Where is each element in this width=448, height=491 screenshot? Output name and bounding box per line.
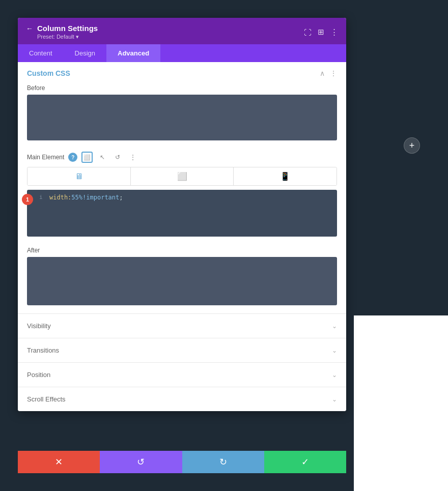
accordion-transitions: Transitions ⌄ [18,338,346,362]
code-important: !important [82,194,119,201]
section-dots-icon[interactable]: ⋮ [330,69,337,77]
code-value: 55% [71,194,82,201]
line-number-badge: 1 [22,194,33,205]
accordion-transitions-label: Transitions [27,346,59,354]
fullscreen-icon[interactable]: ⛶ [304,28,312,37]
tab-advanced[interactable]: Advanced [106,44,160,62]
panel-preset[interactable]: Preset: Default ▾ [37,34,98,40]
select-element-btn[interactable]: ⬜ [81,152,93,163]
accordion-visibility-label: Visibility [27,322,51,330]
cancel-button[interactable]: ✕ [18,451,100,473]
accordion-transitions-chevron: ⌄ [332,347,337,354]
code-semicolon: ; [119,194,123,201]
reset-icon[interactable]: ↺ [112,152,123,163]
add-element-button[interactable]: + [404,137,420,154]
accordion-visibility-header[interactable]: Visibility ⌄ [18,314,346,338]
undo-button[interactable]: ↺ [100,451,182,473]
split-icon[interactable]: ⊞ [318,27,324,37]
accordion-scroll-effects-label: Scroll Effects [27,395,66,403]
bottom-toolbar: ✕ ↺ ↻ ✓ [18,451,346,473]
accordion-scroll-effects-header[interactable]: Scroll Effects ⌄ [18,387,346,411]
panel-title-row: ← Column Settings [26,24,98,33]
after-textarea[interactable] [27,257,337,305]
accordion-scroll-effects: Scroll Effects ⌄ [18,387,346,411]
custom-css-section-header: Custom CSS ∧ ⋮ [18,62,346,82]
main-element-row: Main Element ? ⬜ ↖ ↺ ⋮ [18,149,346,167]
section-header-right: ∧ ⋮ [320,69,337,77]
redo-button[interactable]: ↻ [182,451,264,473]
device-tab-mobile[interactable]: 📱 [234,167,337,185]
accordion-position: Position ⌄ [18,362,346,387]
line-num: i [39,194,44,200]
device-tab-tablet[interactable]: ⬜ [131,167,234,185]
accordion-scroll-effects-chevron: ⌄ [332,396,337,403]
panel-header: ← Column Settings Preset: Default ▾ ⛶ ⊞ … [18,18,346,44]
panel-header-left: ← Column Settings Preset: Default ▾ [26,24,98,40]
tab-content[interactable]: Content [18,44,64,62]
panel-title: Column Settings [37,24,98,33]
device-tab-desktop[interactable]: 🖥 [27,167,131,185]
more-options-icon[interactable]: ⋮ [330,27,338,37]
tabs-bar: Content Design Advanced [18,44,346,62]
accordion-position-header[interactable]: Position ⌄ [18,363,346,387]
tab-design[interactable]: Design [64,44,106,62]
code-property: width: [49,194,71,201]
collapse-icon[interactable]: ∧ [320,69,325,77]
code-line-1: i width: 55% !important ; [32,194,123,233]
before-label: Before [18,82,346,95]
panel-header-right: ⛶ ⊞ ⋮ [304,27,338,37]
accordion-position-chevron: ⌄ [332,371,337,379]
device-tabs: 🖥 ⬜ 📱 [27,167,337,186]
back-icon[interactable]: ← [26,24,33,33]
custom-css-title: Custom CSS [27,69,70,77]
panel-body: Custom CSS ∧ ⋮ Before Main Element ? ⬜ ↖… [18,62,346,411]
main-element-label: Main Element [27,154,64,161]
accordion-visibility: Visibility ⌄ [18,313,346,338]
accordion-visibility-chevron: ⌄ [332,323,337,330]
element-dots-icon[interactable]: ⋮ [127,152,138,163]
accordion-transitions-header[interactable]: Transitions ⌄ [18,338,346,362]
cursor-icon[interactable]: ↖ [97,152,108,163]
after-label: After [18,245,346,257]
help-icon[interactable]: ? [68,153,77,162]
code-editor[interactable]: 1 i width: 55% !important ; [27,190,337,237]
save-button[interactable]: ✓ [264,451,346,473]
before-textarea[interactable] [27,95,337,140]
column-settings-panel: ← Column Settings Preset: Default ▾ ⛶ ⊞ … [18,18,346,411]
accordion-position-label: Position [27,371,50,379]
